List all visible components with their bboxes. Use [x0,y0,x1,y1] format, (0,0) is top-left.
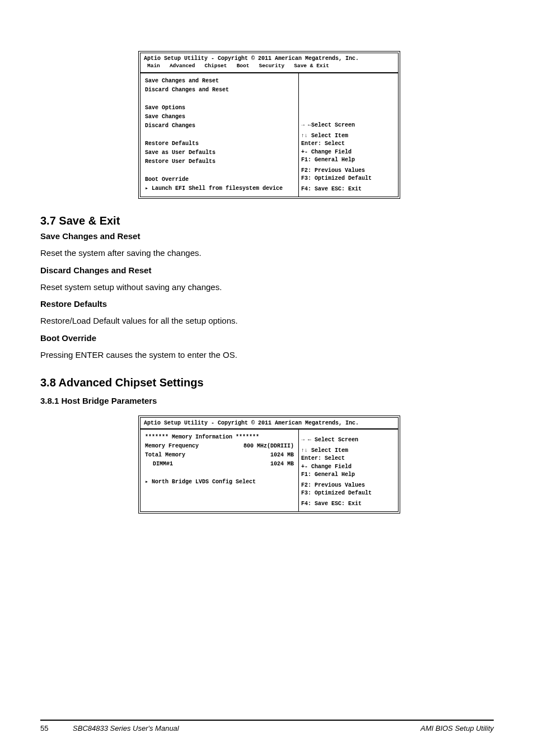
key-hint: → ←Select Screen [301,122,396,130]
submenu-arrow-icon: ▸ [145,185,148,192]
key-hint: F2: Previous Values [301,167,396,175]
key-hint: ↑↓ Select Item [301,447,396,455]
bios-help-pane: → ←Select Screen ↑↓ Select Item Enter: S… [298,73,398,197]
item-description: Reset system setup without saving any ch… [40,282,494,293]
key-hint: F2: Previous Values [301,482,396,490]
info-label: Total Memory [145,451,185,460]
key-hint: F4: Save ESC: Exit [301,185,396,194]
footer-right: AMI BIOS Setup Utility [420,724,494,732]
bios-screenshot-host-bridge: Aptio Setup Utility - Copyright © 2011 A… [138,416,400,514]
menu-group: Boot Override [145,175,189,184]
key-hint: F1: General Help [301,156,396,165]
item-description: Reset the system after saving the change… [40,248,494,259]
key-hint: Enter: Select [301,455,396,463]
menu-item[interactable]: Discard Changes [145,122,195,130]
key-hint: F3: Optimized Default [301,489,396,498]
menu-item[interactable]: Launch EFI Shell from filesystem device [152,185,283,192]
key-hint: F3: Optimized Default [301,175,396,183]
info-value: 1024 MB [270,460,294,469]
item-description: Pressing ENTER causes the system to ente… [40,349,494,361]
bios-help-pane: → ← Select Screen ↑↓ Select Item Enter: … [298,430,398,511]
bios-left-pane: Save Changes and Reset Discard Changes a… [140,73,298,197]
menu-item[interactable]: Save Changes [145,113,185,122]
key-hint: → ← Select Screen [301,436,396,445]
menu-group: ******* Memory Information ******* [145,433,259,442]
bios-screenshot-save-exit: Aptio Setup Utility - Copyright © 2011 A… [138,51,400,199]
info-value: 800 MHz(DDRIII) [243,442,294,451]
bios-left-pane: ******* Memory Information ******* Memor… [140,430,298,511]
key-hint: ↑↓ Select Item [301,132,396,141]
item-heading: Restore Defaults [40,298,494,310]
menu-item[interactable]: Restore Defaults [145,139,199,148]
footer-left: SBC84833 Series User's Manual [73,724,179,732]
item-heading: Discard Changes and Reset [40,265,494,276]
submenu-arrow-icon: ▸ [145,479,148,485]
help-text [301,78,396,122]
key-hint: F4: Save ESC: Exit [301,500,396,508]
bios-tabs: Main Advanced Chipset Boot Security Save… [144,62,395,70]
key-hint: Enter: Select [301,140,396,148]
key-hint: +- Change Field [301,463,396,472]
menu-item[interactable]: North Bridge LVDS Config Select [152,479,256,485]
item-heading: Boot Override [40,333,494,344]
bios-title: Aptio Setup Utility - Copyright © 2011 A… [144,55,395,62]
info-label: Memory Frequency [145,442,199,451]
menu-item[interactable]: Save as User Defaults [145,148,216,157]
page-footer: 55 SBC84833 Series User's Manual AMI BIO… [40,720,494,732]
page-number: 55 [40,724,48,732]
item-heading: Save Changes and Reset [40,231,494,242]
menu-item[interactable]: Discard Changes and Reset [145,86,229,95]
subsection-heading: 3.8.1 Host Bridge Parameters [40,396,494,405]
menu-item[interactable]: Restore User Defaults [145,157,216,166]
key-hint: F1: General Help [301,471,396,479]
item-description: Restore/Load Default values for all the … [40,315,494,326]
section-heading: 3.7 Save & Exit [40,214,494,227]
info-value: 1024 MB [270,451,294,460]
bios-title: Aptio Setup Utility - Copyright © 2011 A… [144,420,395,426]
key-hint: +- Change Field [301,148,396,157]
menu-group: Save Options [145,104,185,113]
menu-item[interactable]: Save Changes and Reset [145,77,219,86]
section-heading: 3.8 Advanced Chipset Settings [40,376,494,389]
info-label: DIMM#1 [145,460,173,469]
